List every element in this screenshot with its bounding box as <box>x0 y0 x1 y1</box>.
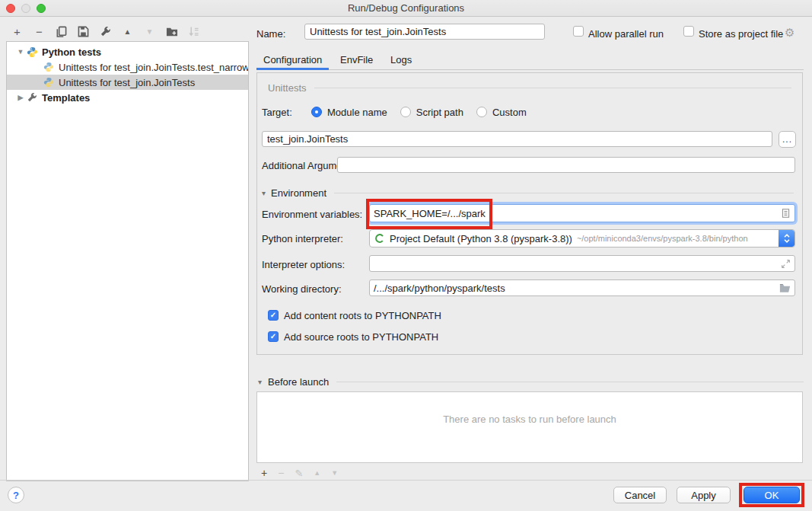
tree-item-label: Templates <box>42 92 90 104</box>
radio-custom[interactable] <box>476 107 487 117</box>
before-launch-toolbar: + − ✎ ▲ ▼ <box>261 466 338 480</box>
remove-task-icon[interactable]: − <box>278 468 284 478</box>
move-task-down-icon[interactable]: ▼ <box>331 470 338 477</box>
store-as-project-file-checkbox[interactable] <box>683 26 694 37</box>
tab-envfile[interactable]: EnvFile <box>340 54 373 65</box>
name-input[interactable] <box>304 24 545 40</box>
add-task-icon[interactable]: + <box>261 468 267 478</box>
browse-button[interactable]: ... <box>779 131 796 148</box>
radio-label: Custom <box>492 107 527 118</box>
unittests-section-header: Unittests <box>268 82 791 94</box>
add-source-roots-checkbox[interactable]: ✓ <box>268 331 279 342</box>
section-separator-line <box>336 382 804 382</box>
expand-icon[interactable] <box>781 259 791 269</box>
window-title: Run/Debug Configurations <box>0 2 812 14</box>
before-launch-label: Before launch <box>268 376 329 388</box>
configurations-tree: ▼ Python tests Unittests for test_join.J… <box>6 41 249 481</box>
allow-parallel-run-checkbox[interactable] <box>573 26 584 37</box>
tree-item-unittests-jointests[interactable]: Unittests for test_join.JoinTests <box>7 75 248 90</box>
radio-script-path[interactable] <box>400 107 411 117</box>
folder-icon[interactable] <box>779 283 791 293</box>
add-source-roots-label: Add source roots to PYTHONPATH <box>284 331 438 343</box>
edit-templates-icon[interactable] <box>99 25 112 38</box>
save-configuration-icon[interactable] <box>77 25 90 38</box>
before-launch-task-list[interactable]: There are no tasks to run before launch <box>256 391 803 463</box>
remove-configuration-icon[interactable]: − <box>33 25 46 38</box>
target-option-module-name[interactable]: Module name <box>306 107 387 118</box>
run-debug-configurations-dialog: Run/Debug Configurations + − ▲ ▼ ▼ Pyth <box>0 0 812 511</box>
working-directory-label: Working directory: <box>262 283 342 295</box>
environment-variables-value: SPARK_HOME=/.../spark <box>374 208 486 219</box>
chevron-up-down-icon[interactable] <box>779 230 794 247</box>
radio-label: Module name <box>327 107 387 118</box>
environment-variables-input[interactable]: SPARK_HOME=/.../spark <box>369 204 795 222</box>
empty-task-list-message: There are no tasks to run before launch <box>443 414 616 425</box>
chevron-down-icon[interactable]: ▾ <box>258 378 262 386</box>
environment-section-label: Environment <box>271 187 326 199</box>
chevron-right-icon[interactable]: ▶ <box>14 94 27 101</box>
radio-label: Script path <box>416 107 463 118</box>
interpreter-options-label: Interpreter options: <box>262 259 345 270</box>
apply-button[interactable]: Apply <box>677 487 731 503</box>
python-interpreter-select[interactable]: Project Default (Python 3.8 (pyspark-3.8… <box>369 229 795 248</box>
wrench-icon <box>27 92 38 104</box>
working-directory-value: /.../spark/python/pyspark/tests <box>374 283 505 294</box>
target-label: Target: <box>262 107 306 118</box>
edit-task-icon[interactable]: ✎ <box>295 468 303 478</box>
active-tab-underline <box>256 68 329 70</box>
gear-icon[interactable]: ⚙ <box>785 26 794 40</box>
python-icon <box>43 62 55 73</box>
check-icon: ✓ <box>270 311 276 319</box>
add-content-roots-label: Add content roots to PYTHONPATH <box>284 310 441 321</box>
additional-arguments-input[interactable] <box>337 157 795 173</box>
working-directory-input[interactable]: /.../spark/python/pyspark/tests <box>369 279 795 296</box>
target-row: Target: Module name Script path Custom <box>262 105 534 119</box>
target-option-custom[interactable]: Custom <box>471 107 527 118</box>
edit-variables-icon[interactable] <box>781 208 791 219</box>
target-option-script-path[interactable]: Script path <box>395 107 463 118</box>
unittests-section-label: Unittests <box>268 82 307 94</box>
tree-item-label: Unittests for test_join.JoinTests <box>59 77 195 88</box>
tree-item-unittests-test-narrow[interactable]: Unittests for test_join.JoinTests.test_n… <box>7 59 248 75</box>
new-folder-icon[interactable] <box>165 25 178 38</box>
interpreter-options-input[interactable] <box>369 255 795 272</box>
footer-divider <box>0 480 812 481</box>
allow-parallel-run-label: Allow parallel run <box>588 28 664 40</box>
chevron-down-icon[interactable]: ▼ <box>14 48 27 56</box>
before-launch-section-header[interactable]: ▾ Before launch <box>258 376 804 388</box>
name-label: Name: <box>256 28 285 40</box>
tree-item-python-tests[interactable]: ▼ Python tests <box>7 44 248 59</box>
python-interpreter-value: Project Default (Python 3.8 (pyspark-3.8… <box>390 233 572 244</box>
add-content-roots-checkbox[interactable]: ✓ <box>268 310 279 321</box>
check-icon: ✓ <box>270 333 276 340</box>
chevron-down-icon[interactable]: ▾ <box>262 189 266 197</box>
tree-item-label: Unittests for test_join.JoinTests.test_n… <box>59 62 248 73</box>
tab-separator-line <box>256 69 804 70</box>
move-up-icon[interactable]: ▲ <box>121 25 134 38</box>
tab-logs[interactable]: Logs <box>390 54 412 65</box>
module-name-input[interactable] <box>262 131 772 147</box>
python-interpreter-path: ~/opt/miniconda3/envs/pyspark-3.8/bin/py… <box>577 234 748 243</box>
python-icon <box>43 77 55 88</box>
move-down-icon[interactable]: ▼ <box>143 25 156 38</box>
add-configuration-icon[interactable]: + <box>11 25 24 38</box>
section-separator-line <box>314 88 791 88</box>
help-icon: ? <box>13 490 19 501</box>
cancel-button[interactable]: Cancel <box>613 487 667 503</box>
radio-module-name[interactable] <box>311 107 322 117</box>
python-icon <box>27 46 38 58</box>
title-bar: Run/Debug Configurations <box>0 0 812 17</box>
copy-configuration-icon[interactable] <box>55 25 68 38</box>
tree-item-label: Python tests <box>42 46 101 58</box>
ok-button[interactable]: OK <box>744 487 800 503</box>
move-task-up-icon[interactable]: ▲ <box>314 470 320 477</box>
store-as-project-file-label: Store as project file <box>699 28 783 40</box>
python-interpreter-label: Python interpreter: <box>262 233 343 244</box>
environment-section-header[interactable]: ▾ Environment <box>262 187 794 199</box>
sort-configurations-icon[interactable] <box>187 25 200 38</box>
tree-item-templates[interactable]: ▶ Templates <box>7 90 248 105</box>
conda-icon <box>374 233 385 244</box>
environment-variables-label: Environment variables: <box>262 209 362 220</box>
help-button[interactable]: ? <box>8 487 24 503</box>
tab-configuration[interactable]: Configuration <box>263 54 322 65</box>
